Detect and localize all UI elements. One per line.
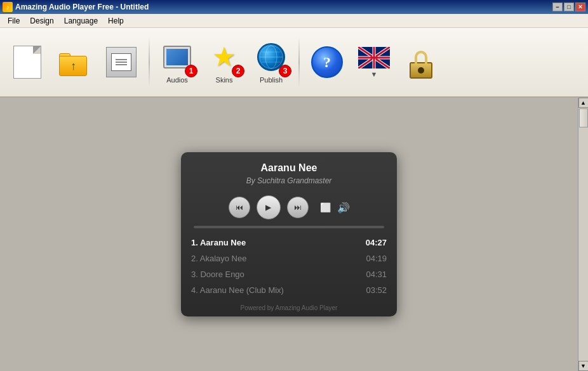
flag-uk-icon xyxy=(358,47,390,68)
help-icon: ? xyxy=(311,46,343,78)
toolbar: ↑ 1 Audios ★ 2 xyxy=(0,28,588,98)
maximize-button[interactable]: □ xyxy=(564,3,574,11)
content-area: Aaranu Nee By Suchitra Grandmaster ⏮ ▶ ⏭… xyxy=(0,98,578,371)
publish-button[interactable]: 3 Publish xyxy=(249,32,293,93)
save-button[interactable] xyxy=(99,32,144,93)
track-4[interactable]: 4. Aaranu Nee (Club Mix) 03:52 xyxy=(181,282,397,298)
player-title: Aaranu Nee xyxy=(194,162,384,174)
track-2[interactable]: 2. Akalayo Nee 04:19 xyxy=(181,251,397,266)
next-button[interactable]: ⏭ xyxy=(287,197,309,218)
separator-2 xyxy=(298,37,300,88)
scroll-track[interactable] xyxy=(578,108,589,361)
window-controls: − □ ✕ xyxy=(552,3,585,11)
progress-bar[interactable] xyxy=(194,226,384,228)
player-artist: By Suchitra Grandmaster xyxy=(194,176,384,185)
scroll-thumb[interactable] xyxy=(579,108,588,127)
save-icon xyxy=(106,47,137,77)
main-area: Aaranu Nee By Suchitra Grandmaster ⏮ ▶ ⏭… xyxy=(0,98,588,371)
publish-label: Publish xyxy=(260,76,283,84)
track-2-name: 2. Akalayo Nee xyxy=(191,254,366,263)
track-1-name: 1. Aaranu Nee xyxy=(191,238,366,247)
flag-cross-v xyxy=(373,47,375,68)
track-3-time: 04:31 xyxy=(366,270,387,279)
menu-help[interactable]: Help xyxy=(103,15,129,27)
play-button[interactable]: ▶ xyxy=(257,195,281,219)
open-icon: ↑ xyxy=(59,48,90,76)
menu-design[interactable]: Design xyxy=(25,15,58,27)
window-title: Amazing Audio Player Free - Untitled xyxy=(15,3,149,11)
track-4-name: 4. Aaranu Nee (Club Mix) xyxy=(191,285,366,295)
menu-language[interactable]: Language xyxy=(59,15,103,27)
player-widget: Aaranu Nee By Suchitra Grandmaster ⏮ ▶ ⏭… xyxy=(181,152,397,316)
player-footer: Powered by Amazing Audio Player xyxy=(181,302,397,316)
separator-1 xyxy=(149,37,150,88)
app-icon: ♪ xyxy=(3,2,13,12)
player-header: Aaranu Nee By Suchitra Grandmaster xyxy=(181,152,397,192)
skins-label: Skins xyxy=(216,76,233,84)
track-4-time: 03:52 xyxy=(366,285,387,295)
close-button[interactable]: ✕ xyxy=(575,3,585,11)
audios-icon: 1 xyxy=(161,41,194,74)
track-1[interactable]: 1. Aaranu Nee 04:27 xyxy=(181,235,397,251)
publish-badge: 3 xyxy=(279,65,291,77)
audios-badge: 1 xyxy=(185,65,197,77)
scroll-up-button[interactable]: ▲ xyxy=(578,98,589,108)
menu-bar: File Design Language Help xyxy=(0,14,588,28)
minimize-button[interactable]: − xyxy=(552,3,563,11)
track-3-name: 3. Doore Engo xyxy=(191,270,366,279)
skins-badge: 2 xyxy=(232,65,244,77)
skins-icon: ★ 2 xyxy=(208,41,241,74)
track-2-time: 04:19 xyxy=(366,254,387,263)
audios-label: Audios xyxy=(166,76,188,84)
prev-button[interactable]: ⏮ xyxy=(229,197,250,218)
repeat-icon[interactable]: ⬜ xyxy=(320,202,331,212)
menu-file[interactable]: File xyxy=(3,15,25,27)
language-button[interactable]: ▼ xyxy=(352,32,396,93)
scrollbar-right: ▲ ▼ xyxy=(578,98,588,371)
new-button[interactable] xyxy=(5,32,50,93)
track-1-time: 04:27 xyxy=(366,238,387,247)
audios-button[interactable]: 1 Audios xyxy=(155,32,199,93)
publish-icon: 3 xyxy=(255,41,288,74)
title-bar: ♪ Amazing Audio Player Free - Untitled −… xyxy=(0,0,588,14)
skins-button[interactable]: ★ 2 Skins xyxy=(202,32,246,93)
lock-button[interactable] xyxy=(399,32,443,93)
playlist: 1. Aaranu Nee 04:27 2. Akalayo Nee 04:19… xyxy=(181,228,397,302)
open-button[interactable]: ↑ xyxy=(52,32,97,93)
volume-icon[interactable]: 🔊 xyxy=(337,202,350,214)
scroll-down-button[interactable]: ▼ xyxy=(578,361,589,371)
track-3[interactable]: 3. Doore Engo 04:31 xyxy=(181,266,397,282)
player-controls: ⏮ ▶ ⏭ ⬜ 🔊 xyxy=(181,192,397,222)
lock-icon xyxy=(407,46,435,79)
help-button[interactable]: ? xyxy=(305,32,349,93)
new-icon xyxy=(13,46,41,79)
